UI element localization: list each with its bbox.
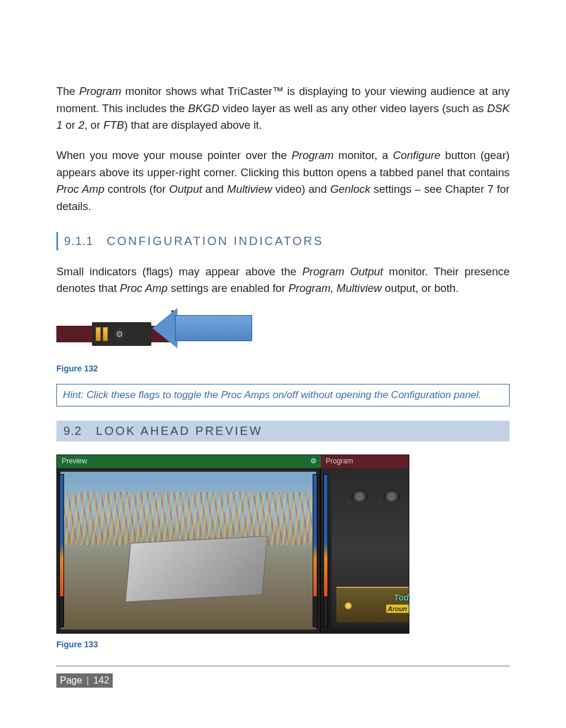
figure-133-image: Preview ⚙ Program Tod <box>56 454 409 634</box>
proc-amp-flag-icon[interactable] <box>103 327 108 341</box>
figure-132-image: ⚙ <box>56 310 252 358</box>
monitor-titlebar: Preview ⚙ Program <box>57 455 409 468</box>
hint-text: Hint: Click these flags to toggle the Pr… <box>63 389 481 400</box>
vu-meter-left <box>59 474 64 627</box>
paragraph-3: Small indicators (flags) may appear abov… <box>56 263 510 297</box>
heading-9-2: 9.2 LOOK AHEAD PREVIEW <box>56 421 510 441</box>
overlay-title-bottom: Aroun <box>386 605 409 613</box>
preview-scene-detail <box>63 492 314 545</box>
preview-monitor <box>57 468 321 633</box>
monitor-body: Tod Aroun <box>57 468 409 633</box>
gear-icon[interactable]: ⚙ <box>113 328 125 340</box>
program-monitor: Tod Aroun <box>321 468 409 633</box>
program-monitor-header: Program <box>321 455 409 468</box>
paragraph-2: When you move your mouse pointer over th… <box>56 147 510 215</box>
document-page: The Program monitor shows what TriCaster… <box>0 0 566 723</box>
heading-number: 9.1.1 <box>64 234 93 247</box>
gear-icon[interactable]: ⚙ <box>309 457 317 465</box>
overlay-title-top: Tod <box>394 593 409 602</box>
footer-divider <box>56 666 510 666</box>
paragraph-1: The Program monitor shows what TriCaster… <box>56 83 510 134</box>
page-footer: Page | 142 <box>56 673 113 688</box>
figure-133-caption: Figure 133 <box>56 640 510 649</box>
heading-9-1-1: 9.1.1 CONFIGURATION INDICATORS <box>56 232 510 250</box>
studio-bulb-icon <box>345 602 352 609</box>
proc-amp-flag-icon[interactable] <box>96 327 101 341</box>
preview-label: Preview <box>62 457 87 465</box>
footer-page-number: 142 <box>93 675 109 685</box>
heading-title: CONFIGURATION INDICATORS <box>107 234 323 247</box>
arrow-body <box>175 315 252 341</box>
preview-scene-detail <box>125 536 268 602</box>
hint-callout: Hint: Click these flags to toggle the Pr… <box>56 384 510 406</box>
program-label: Program <box>326 457 353 465</box>
studio-light-icon <box>351 492 368 501</box>
vu-meter-left <box>323 474 328 627</box>
footer-separator: | <box>87 675 89 685</box>
indicator-panel: ⚙ <box>92 322 151 346</box>
figure-132-caption: Figure 132 <box>56 364 510 373</box>
footer-page-word: Page <box>60 675 82 685</box>
preview-monitor-header: Preview ⚙ <box>57 455 321 468</box>
arrow-icon <box>152 308 177 348</box>
heading-number: 9.2 <box>63 424 82 438</box>
studio-light-icon <box>383 492 400 501</box>
heading-title: LOOK AHEAD PREVIEW <box>96 424 263 438</box>
vu-meter-right <box>313 474 317 627</box>
